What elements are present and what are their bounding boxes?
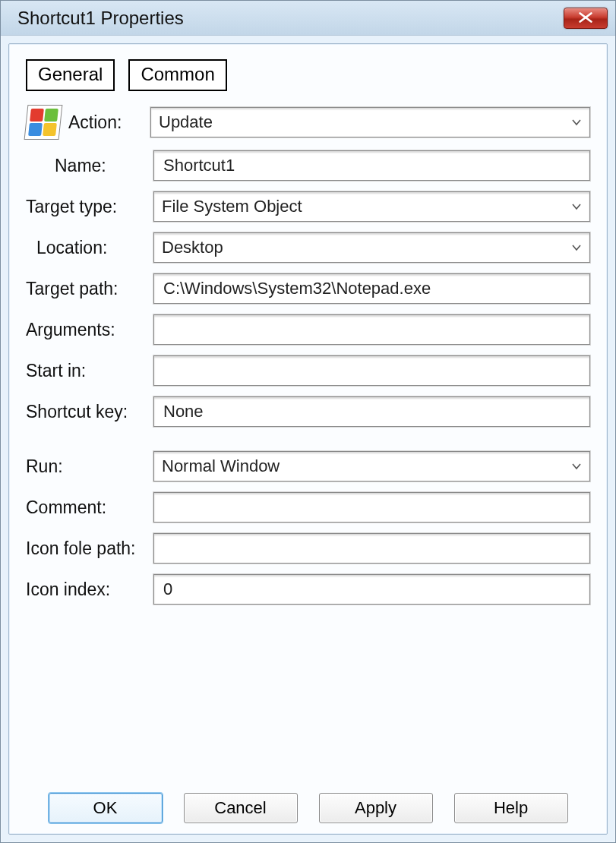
row-name: Name: [26, 150, 590, 181]
row-icon-index: Icon index: [26, 574, 590, 605]
titlebar: Shortcut1 Properties [1, 1, 615, 36]
chevron-down-icon [571, 242, 582, 253]
tab-strip: General Common [26, 59, 590, 91]
row-location: Location: Desktop [26, 232, 590, 263]
run-select[interactable]: Normal Window [153, 451, 590, 481]
row-target-path: Target path: [26, 273, 590, 304]
row-icon-file-path: Icon fole path: [26, 533, 590, 564]
label-name: Name: [26, 156, 153, 176]
label-comment: Comment: [26, 497, 153, 518]
label-shortcut-key: Shortcut key: [26, 402, 153, 422]
row-run: Run: Normal Window [26, 451, 590, 481]
label-arguments: Arguments: [26, 320, 153, 340]
chevron-down-icon [571, 201, 582, 212]
action-value: Update [159, 112, 213, 132]
label-target-path: Target path: [26, 279, 153, 299]
properties-dialog: Shortcut1 Properties General Common Acti… [0, 0, 616, 843]
row-comment: Comment: [26, 492, 590, 523]
label-run: Run: [26, 456, 153, 477]
apply-button[interactable]: Apply [319, 793, 433, 823]
close-button[interactable] [564, 8, 608, 29]
window-title: Shortcut1 Properties [17, 8, 564, 29]
icon-index-input-wrap [153, 574, 590, 605]
target-type-value: File System Object [162, 197, 302, 216]
name-input-wrap [153, 150, 590, 181]
target-path-input-wrap [153, 273, 590, 304]
action-select[interactable]: Update [150, 107, 590, 137]
windows-logo-icon [24, 105, 63, 140]
tab-general[interactable]: General [26, 59, 115, 91]
label-icon-file-path: Icon fole path: [26, 538, 153, 559]
label-start-in: Start in: [26, 361, 153, 381]
row-action: Action: Update [26, 105, 590, 140]
row-arguments: Arguments: [26, 314, 590, 345]
row-start-in: Start in: [26, 355, 590, 386]
button-row: OK Cancel Apply Help [26, 785, 590, 823]
start-in-input-wrap [153, 355, 590, 386]
comment-input[interactable] [162, 496, 582, 519]
chevron-down-icon [571, 117, 582, 128]
label-location: Location: [26, 238, 153, 258]
start-in-input[interactable] [162, 359, 582, 382]
shortcut-key-input[interactable] [162, 400, 582, 423]
arguments-input-wrap [153, 314, 590, 345]
close-icon [577, 8, 594, 28]
chevron-down-icon [571, 461, 582, 472]
cancel-button[interactable]: Cancel [184, 793, 298, 823]
location-select[interactable]: Desktop [153, 232, 590, 263]
icon-file-path-input-wrap [153, 533, 590, 564]
tab-common[interactable]: Common [128, 59, 226, 91]
target-path-input[interactable] [162, 277, 582, 300]
comment-input-wrap [153, 492, 590, 523]
row-target-type: Target type: File System Object [26, 191, 590, 222]
help-button[interactable]: Help [454, 793, 568, 823]
location-value: Desktop [162, 238, 223, 257]
label-action: Action: [68, 112, 150, 133]
name-input[interactable] [162, 154, 582, 177]
row-shortcut-key: Shortcut key: [26, 396, 590, 427]
target-type-select[interactable]: File System Object [153, 191, 590, 222]
form-area: Action: Update Name: Target type: File S… [26, 105, 590, 785]
icon-file-path-input[interactable] [162, 537, 582, 560]
client-area: General Common Action: Update Name: [8, 43, 608, 835]
label-target-type: Target type: [26, 197, 153, 217]
shortcut-key-input-wrap [153, 396, 590, 427]
arguments-input[interactable] [162, 318, 582, 341]
ok-button[interactable]: OK [49, 793, 163, 823]
label-icon-index: Icon index: [26, 579, 153, 600]
run-value: Normal Window [162, 456, 280, 476]
icon-index-input[interactable] [162, 578, 582, 601]
